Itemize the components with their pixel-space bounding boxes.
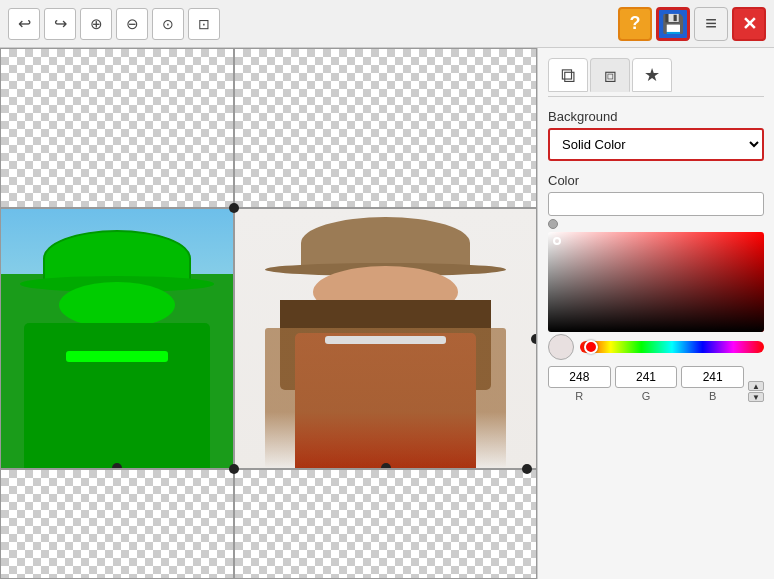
background-section: Background Solid Color Transparent Image	[548, 105, 764, 161]
background-label: Background	[548, 109, 764, 124]
zoom-out-button[interactable]: ⊖	[116, 8, 148, 40]
rgb-b-input[interactable]: 241	[681, 366, 744, 388]
layers-icon: ⧉	[561, 64, 575, 87]
zoom-in-button[interactable]: ⊕	[80, 8, 112, 40]
menu-icon: ≡	[705, 12, 717, 35]
save-button[interactable]: 💾	[656, 7, 690, 41]
redo-icon: ↪	[54, 14, 67, 33]
zoom-actual-button[interactable]: ⊡	[188, 8, 220, 40]
rgb-arrows: ▲ ▼	[748, 381, 764, 402]
undo-button[interactable]: ↩	[8, 8, 40, 40]
menu-button[interactable]: ≡	[694, 7, 728, 41]
hue-slider[interactable]	[580, 341, 764, 353]
zoom-fit-button[interactable]: ⊙	[152, 8, 184, 40]
rgb-r-label: R	[575, 390, 583, 402]
tab-star[interactable]: ★	[632, 58, 672, 92]
toolbar: ↩ ↪ ⊕ ⊖ ⊙ ⊡ ? 💾 ≡ ✕	[0, 0, 774, 48]
canvas-cell-top-left	[0, 48, 234, 208]
toolbar-right: ? 💾 ≡ ✕	[618, 7, 766, 41]
handle-dot-grid-3[interactable]	[522, 464, 532, 474]
canvas-cell-mid-right[interactable]	[234, 208, 537, 469]
zoom-out-icon: ⊖	[126, 15, 139, 33]
color-hex-input[interactable]	[548, 192, 764, 216]
rgb-g-field: 241 G	[615, 366, 678, 402]
canvas-cell-bot-left	[0, 469, 234, 579]
help-icon: ?	[630, 13, 641, 34]
handle-dot-bottom-right[interactable]	[381, 463, 391, 469]
rgb-b-label: B	[709, 390, 716, 402]
hue-row	[548, 334, 764, 360]
zoom-actual-icon: ⊡	[198, 16, 210, 32]
hue-thumb	[584, 340, 598, 354]
zoom-fit-icon: ⊙	[162, 16, 174, 32]
handle-dot-grid-2[interactable]	[229, 464, 239, 474]
star-icon: ★	[644, 64, 660, 86]
rgb-r-input[interactable]: 248	[548, 366, 611, 388]
close-icon: ✕	[742, 13, 757, 35]
zoom-in-icon: ⊕	[90, 15, 103, 33]
color-label: Color	[548, 173, 764, 188]
rgb-g-input[interactable]: 241	[615, 366, 678, 388]
tab-copy[interactable]: ⧈	[590, 58, 630, 92]
undo-icon: ↩	[18, 14, 31, 33]
close-button[interactable]: ✕	[732, 7, 766, 41]
canvas-cell-top-right	[234, 48, 537, 208]
main-area: ⧉ ⧈ ★ Background Solid Color Transparent…	[0, 48, 774, 579]
save-icon: 💾	[662, 13, 684, 35]
tab-layers[interactable]: ⧉	[548, 58, 588, 92]
rgb-g-label: G	[642, 390, 651, 402]
background-dropdown[interactable]: Solid Color Transparent Image	[550, 130, 762, 159]
handle-dot-right[interactable]	[531, 334, 537, 344]
background-dropdown-wrapper: Solid Color Transparent Image	[548, 128, 764, 161]
panel-tabs: ⧉ ⧈ ★	[548, 58, 764, 97]
rgb-down-arrow[interactable]: ▼	[748, 392, 764, 402]
canvas-cell-bot-right	[234, 469, 537, 579]
redo-button[interactable]: ↪	[44, 8, 76, 40]
handle-dot-grid-1[interactable]	[229, 203, 239, 213]
handle-dot-bottom[interactable]	[112, 463, 122, 469]
right-panel: ⧉ ⧈ ★ Background Solid Color Transparent…	[537, 48, 774, 579]
rgb-row: 248 R 241 G 241 B ▲ ▼	[548, 366, 764, 402]
canvas-cell-mid-left[interactable]	[0, 208, 234, 469]
color-section: Color 248	[548, 169, 764, 402]
color-spectrum-dark	[548, 232, 764, 332]
rgb-b-field: 241 B	[681, 366, 744, 402]
canvas-area[interactable]	[0, 48, 537, 579]
color-indicator	[548, 219, 558, 229]
color-swatch-preview	[548, 334, 574, 360]
rgb-r-field: 248 R	[548, 366, 611, 402]
color-picker[interactable]	[548, 232, 764, 332]
copy-icon: ⧈	[604, 64, 617, 87]
help-button[interactable]: ?	[618, 7, 652, 41]
rgb-up-arrow[interactable]: ▲	[748, 381, 764, 391]
